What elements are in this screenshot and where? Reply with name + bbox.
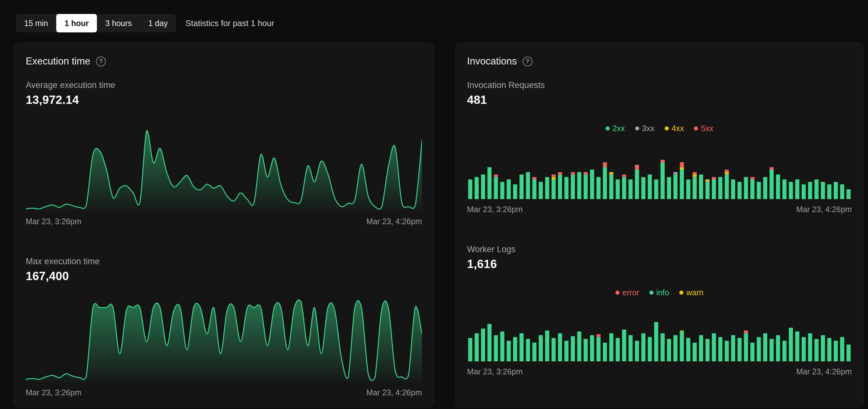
- error-dot-icon: [615, 290, 620, 295]
- legend-label-error: error: [622, 288, 639, 297]
- chart-start-time: Mar 23, 3:26pm: [26, 217, 81, 226]
- chart-start-time: Mar 23, 3:26pm: [467, 205, 523, 214]
- logs-legend: error info warn: [467, 288, 852, 297]
- chart-end-time: Mar 23, 4:26pm: [366, 388, 422, 397]
- avg-execution-value: 13,972.14: [26, 93, 422, 107]
- range-3hours-button[interactable]: 3 hours: [97, 14, 140, 32]
- legend-item-info: info: [649, 288, 669, 297]
- invocations-panel: Invocations ? Invocation Requests 481 2x…: [455, 42, 864, 407]
- invocations-title-row: Invocations ?: [467, 56, 852, 67]
- legend-label-3xx: 3xx: [642, 124, 654, 133]
- legend-label-2xx: 2xx: [613, 124, 625, 133]
- max-chart-time-row: Mar 23, 3:26pm Mar 23, 4:26pm: [26, 388, 422, 397]
- execution-time-title: Execution time: [26, 56, 90, 67]
- logs-chart-time-row: Mar 23, 3:26pm Mar 23, 4:26pm: [467, 367, 852, 376]
- 3xx-dot-icon: [635, 126, 639, 130]
- invocation-requests-chart[interactable]: [467, 157, 852, 199]
- help-icon[interactable]: ?: [523, 57, 532, 66]
- 5xx-dot-icon: [694, 126, 698, 130]
- legend-label-warn: warn: [686, 288, 704, 297]
- 4xx-dot-icon: [665, 126, 669, 130]
- invocation-requests-label: Invocation Requests: [467, 80, 852, 90]
- requests-legend: 2xx 3xx 4xx 5xx: [467, 124, 852, 133]
- help-icon[interactable]: ?: [96, 57, 106, 66]
- warn-dot-icon: [679, 290, 683, 295]
- legend-item-3xx: 3xx: [635, 124, 654, 133]
- avg-chart-time-row: Mar 23, 3:26pm Mar 23, 4:26pm: [26, 217, 422, 226]
- requests-chart-time-row: Mar 23, 3:26pm Mar 23, 4:26pm: [467, 205, 852, 214]
- time-range-toolbar: 15 min 1 hour 3 hours 1 day Statistics f…: [0, 0, 868, 32]
- legend-label-5xx: 5xx: [701, 124, 713, 133]
- legend-label-info: info: [656, 288, 669, 297]
- chart-end-time: Mar 23, 4:26pm: [796, 205, 852, 214]
- legend-item-5xx: 5xx: [694, 124, 713, 133]
- chart-start-time: Mar 23, 3:26pm: [26, 388, 81, 397]
- info-dot-icon: [649, 290, 654, 295]
- chart-start-time: Mar 23, 3:26pm: [467, 367, 523, 376]
- worker-logs-label: Worker Logs: [467, 245, 852, 254]
- invocations-title: Invocations: [467, 56, 517, 67]
- avg-execution-time-chart[interactable]: [26, 126, 422, 211]
- chart-end-time: Mar 23, 4:26pm: [796, 367, 852, 376]
- legend-item-error: error: [615, 288, 639, 297]
- statistics-label: Statistics for past 1 hour: [186, 19, 274, 28]
- max-execution-label: Max execution time: [26, 257, 422, 266]
- execution-time-panel: Execution time ? Average execution time …: [14, 42, 434, 407]
- execution-time-title-row: Execution time ?: [26, 56, 422, 67]
- chart-end-time: Mar 23, 4:26pm: [366, 217, 422, 226]
- max-execution-value: 167,400: [26, 270, 422, 283]
- range-1day-button[interactable]: 1 day: [140, 14, 176, 32]
- time-range-selector: 15 min 1 hour 3 hours 1 day: [16, 14, 176, 32]
- legend-label-4xx: 4xx: [672, 124, 684, 133]
- legend-item-4xx: 4xx: [665, 124, 684, 133]
- range-15min-button[interactable]: 15 min: [16, 14, 56, 32]
- invocation-requests-value: 481: [467, 93, 852, 107]
- dashboard-panels: Execution time ? Average execution time …: [14, 42, 864, 407]
- max-execution-time-chart[interactable]: [26, 297, 422, 382]
- avg-execution-label: Average execution time: [26, 80, 422, 90]
- legend-item-2xx: 2xx: [606, 124, 625, 133]
- 2xx-dot-icon: [606, 126, 610, 130]
- worker-logs-chart[interactable]: [467, 319, 852, 361]
- worker-logs-value: 1,616: [467, 257, 852, 271]
- legend-item-warn: warn: [679, 288, 704, 297]
- range-1hour-button[interactable]: 1 hour: [56, 14, 97, 32]
